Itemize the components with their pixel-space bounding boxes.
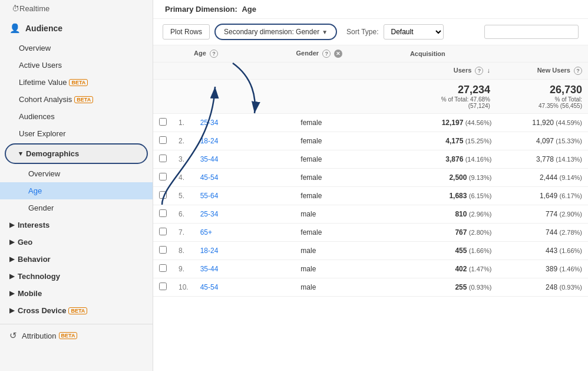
row-users-pct: (2.80%) <box>469 229 492 236</box>
sidebar-item-attribution[interactable]: ↺ Attribution BETA <box>0 324 153 345</box>
sidebar-item-behavior[interactable]: ▶ Behavior <box>0 251 153 268</box>
sidebar-item-audiences[interactable]: Audiences <box>0 108 153 125</box>
sidebar-item-technology[interactable]: ▶ Technology <box>0 268 153 285</box>
row-new-users-pct: (9.14%) <box>559 174 582 181</box>
row-users-pct: (1.66%) <box>469 247 492 254</box>
sidebar-item-age[interactable]: Age <box>0 182 153 199</box>
age-link[interactable]: 45-54 <box>200 173 219 182</box>
age-link[interactable]: 55-64 <box>200 192 219 200</box>
col-header-new-users[interactable]: New Users ? <box>496 63 588 80</box>
row-checkbox[interactable] <box>159 228 167 235</box>
summary-users-value: 27,234 <box>410 84 490 96</box>
col-header-gender2 <box>290 63 404 80</box>
gender-help-icon[interactable]: ? <box>322 50 331 58</box>
row-gender: male <box>295 242 407 260</box>
sidebar-item-realtime[interactable]: ⏱ Realtime <box>0 0 153 17</box>
sidebar-item-gender[interactable]: Gender <box>0 199 153 216</box>
age-link[interactable]: 18-24 <box>200 247 219 255</box>
row-checkbox[interactable] <box>159 264 167 272</box>
sidebar-item-cohort[interactable]: Cohort Analysis BETA <box>0 91 153 108</box>
col-header-num <box>171 45 189 63</box>
row-users-value: 810 <box>455 210 467 218</box>
attribution-icon: ↺ <box>9 330 17 341</box>
age-link[interactable]: 45-54 <box>200 283 219 291</box>
sidebar-realtime-label: Realtime <box>19 4 49 13</box>
row-check[interactable] <box>153 260 173 278</box>
summary-row: 27,234 % of Total: 47.68% (57,124) 26,73… <box>153 80 588 114</box>
row-check[interactable] <box>153 205 173 224</box>
row-check[interactable] <box>153 187 173 205</box>
row-gender: male <box>295 205 407 224</box>
row-checkbox[interactable] <box>159 118 167 126</box>
age-link[interactable]: 35-44 <box>200 155 219 163</box>
sidebar-item-demo-overview[interactable]: Overview <box>0 165 153 182</box>
row-checkbox[interactable] <box>159 209 167 217</box>
row-new-users: 744 (2.78%) <box>497 224 588 242</box>
new-users-help-icon[interactable]: ? <box>574 67 582 75</box>
row-check[interactable] <box>153 224 173 242</box>
row-num: 6. <box>173 205 194 224</box>
age-help-icon[interactable]: ? <box>210 50 218 58</box>
sidebar-item-demographics[interactable]: ▾ Demographics <box>5 143 148 164</box>
row-new-users: 389 (1.46%) <box>497 260 588 278</box>
sidebar-item-cross-device[interactable]: ▶ Cross Device BETA <box>0 302 153 319</box>
row-num: 9. <box>173 260 194 278</box>
col-header-gender[interactable]: Gender ? ✕ <box>290 45 404 63</box>
row-check[interactable] <box>153 169 173 187</box>
sidebar-item-audience[interactable]: 👤 Audience <box>0 17 153 40</box>
row-checkbox[interactable] <box>159 191 167 199</box>
sidebar-item-active-users[interactable]: Active Users <box>0 57 153 74</box>
row-checkbox[interactable] <box>159 155 167 162</box>
row-checkbox[interactable] <box>159 136 167 144</box>
sidebar-item-overview[interactable]: Overview <box>0 40 153 57</box>
row-users: 3,876 (14.16%) <box>407 150 498 169</box>
row-new-users-value: 774 <box>546 210 557 218</box>
primary-dim-label: Primary Dimension: <box>165 5 237 14</box>
sidebar-item-user-explorer[interactable]: User Explorer <box>0 125 153 142</box>
col-header-age[interactable]: Age ? <box>188 45 290 63</box>
sidebar-item-geo[interactable]: ▶ Geo <box>0 234 153 251</box>
row-check[interactable] <box>153 242 173 260</box>
row-check[interactable] <box>153 278 173 297</box>
row-checkbox[interactable] <box>159 283 167 290</box>
sort-type-select[interactable]: Default Ascending Descending <box>384 24 444 40</box>
summary-new-users: 26,730 % of Total: 47.35% (56,455) <box>496 80 588 114</box>
row-num: 10. <box>173 278 194 297</box>
age-link[interactable]: 18-24 <box>200 137 219 145</box>
row-num: 4. <box>173 169 194 187</box>
row-users: 1,683 (6.15%) <box>407 187 498 205</box>
sort-type-label: Sort Type: <box>346 28 378 36</box>
cross-device-beta-badge: BETA <box>68 307 87 314</box>
summary-check <box>153 80 171 114</box>
gender-close-icon[interactable]: ✕ <box>334 50 342 58</box>
sidebar-item-mobile[interactable]: ▶ Mobile <box>0 285 153 302</box>
row-gender: female <box>295 187 407 205</box>
row-check[interactable] <box>153 150 173 169</box>
sidebar-item-interests[interactable]: ▶ Interests <box>0 216 153 234</box>
row-checkbox[interactable] <box>159 173 167 180</box>
row-gender: female <box>295 132 407 150</box>
row-new-users-pct: (2.90%) <box>559 211 582 218</box>
table-row: 4. 45-54 female 2,500 (9.13%) 2,444 (9.1… <box>153 169 588 187</box>
search-input[interactable] <box>484 25 579 39</box>
table-row: 9. 35-44 male 402 (1.47%) 389 (1.46%) <box>153 260 588 278</box>
technology-arrow-icon: ▶ <box>9 272 14 280</box>
row-checkbox[interactable] <box>159 246 167 254</box>
age-link[interactable]: 25-34 <box>200 119 219 127</box>
row-users-value: 1,683 <box>449 192 467 200</box>
age-link[interactable]: 65+ <box>200 228 212 237</box>
plot-rows-button[interactable]: Plot Rows <box>163 24 210 40</box>
row-users-pct: (1.47%) <box>469 265 492 272</box>
col-header-age2 <box>188 63 290 80</box>
age-link[interactable]: 35-44 <box>200 265 219 273</box>
col-header-users[interactable]: Users ? ↓ <box>404 63 496 80</box>
row-check[interactable] <box>153 114 173 132</box>
row-users: 255 (0.93%) <box>407 278 498 297</box>
row-check[interactable] <box>153 132 173 150</box>
age-link[interactable]: 25-34 <box>200 210 219 218</box>
users-help-icon[interactable]: ? <box>475 67 483 75</box>
secondary-dimension-button[interactable]: Secondary dimension: Gender ▼ <box>214 24 337 40</box>
sidebar-overview-label: Overview <box>19 44 51 52</box>
row-users-pct: (15.25%) <box>465 137 492 145</box>
sidebar-item-lifetime-value[interactable]: Lifetime Value BETA <box>0 74 153 91</box>
